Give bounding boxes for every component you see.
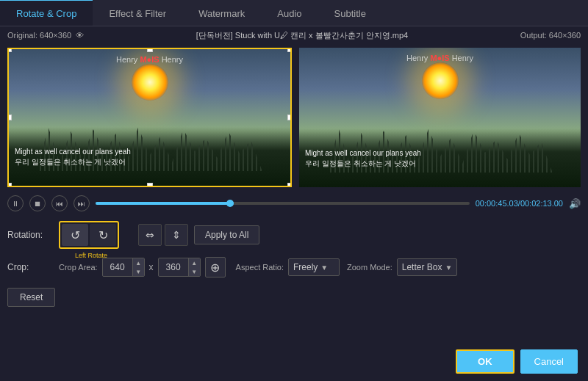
rotation-label: Rotation:	[7, 230, 59, 240]
crop-area-label: Crop Area:	[59, 263, 98, 272]
rotation-row: Rotation: ↺ ↻ Left Rotate ⇔ ⇕ Apply to A…	[7, 222, 581, 248]
zoom-mode-label: Zoom Mode:	[347, 263, 392, 272]
zoom-mode-dropdown[interactable]: Letter Box ▼	[397, 258, 458, 276]
tab-audio[interactable]: Audio	[261, 0, 318, 26]
prev-frame-button[interactable]: ⏮	[51, 195, 68, 211]
crop-width-down[interactable]: ▼	[132, 267, 144, 276]
crop-handle-mr[interactable]	[287, 115, 292, 120]
eye-icon[interactable]: 👁	[76, 31, 84, 40]
time-display: 00:00:45.03/00:02:13.00	[476, 199, 563, 208]
next-frame-button[interactable]: ⏭	[74, 195, 90, 211]
crop-handle-tl[interactable]	[7, 48, 12, 52]
crop-height-down[interactable]: ▼	[188, 267, 200, 276]
right-rotate-button[interactable]: ↻	[90, 224, 116, 246]
video-frame-right: Henry M●IS Henry Might as well cancel ou…	[299, 48, 581, 187]
tab-bar: Rotate & Crop Effect & Filter Watermark …	[0, 0, 588, 26]
center-crop-button[interactable]: ⊕	[205, 257, 226, 277]
aspect-dropdown-arrow: ▼	[320, 264, 328, 272]
crop-handle-ml[interactable]	[7, 115, 12, 120]
flip-vertical-button[interactable]: ⇕	[165, 224, 188, 246]
rotation-buttons-wrapper: ↺ ↻ Left Rotate	[59, 221, 123, 249]
crop-label: Crop:	[7, 262, 59, 272]
crop-height-up[interactable]: ▲	[188, 258, 200, 267]
ok-button[interactable]: OK	[456, 349, 514, 374]
sun-effect-right	[422, 62, 459, 99]
subtitle-left: Might as well cancel our plans yeah 우리 일…	[15, 147, 284, 167]
x-separator: x	[149, 262, 154, 272]
progress-fill	[96, 202, 234, 205]
video-preview-left[interactable]: Henry M●IS Henry Might as well cancel ou…	[7, 48, 292, 187]
progress-handle[interactable]	[226, 200, 234, 207]
crop-height-input-group: ▲ ▼	[158, 258, 201, 277]
output-label: Output: 640×360	[520, 31, 581, 40]
controls-panel: Rotation: ↺ ↻ Left Rotate ⇔ ⇕ Apply to A…	[0, 216, 588, 313]
info-row: Original: 640×360 👁 [단독버전] Stuck with U🖊…	[0, 26, 588, 44]
apply-to-all-button[interactable]: Apply to All	[194, 225, 259, 244]
left-rotate-button[interactable]: ↺	[62, 224, 88, 246]
tab-rotate-crop[interactable]: Rotate & Crop	[0, 0, 93, 26]
cancel-button[interactable]: Cancel	[520, 349, 578, 374]
progress-bar[interactable]	[96, 202, 470, 205]
video-title: [단독버전] Stuck with U🖊 캔리 x 볼빨간사춘기 안지영.mp4	[196, 30, 408, 41]
video-frame-left: Henry M●IS Henry Might as well cancel ou…	[9, 49, 290, 186]
subtitle-right: Might as well cancel our plans yeah 우리 일…	[305, 148, 575, 169]
crop-height-input[interactable]	[159, 260, 188, 275]
reset-button[interactable]: Reset	[7, 288, 55, 307]
stop-button[interactable]: ⏹	[29, 195, 46, 211]
bottom-action-bar: OK Cancel	[0, 342, 588, 381]
tab-watermark[interactable]: Watermark	[182, 0, 261, 26]
pause-button[interactable]: ⏸	[7, 195, 24, 211]
tab-effect-filter[interactable]: Effect & Filter	[93, 0, 182, 26]
crop-handle-tm[interactable]	[147, 48, 153, 52]
playback-bar: ⏸ ⏹ ⏮ ⏭ 00:00:45.03/00:02:13.00 🔊	[0, 191, 588, 216]
tab-subtitle[interactable]: Subtitle	[318, 0, 382, 26]
volume-icon[interactable]: 🔊	[569, 198, 581, 209]
watermark-left: Henry M●IS Henry	[116, 55, 183, 64]
video-area: Henry M●IS Henry Might as well cancel ou…	[0, 44, 588, 191]
crop-height-spinners: ▲ ▼	[188, 258, 200, 276]
crop-handle-tr[interactable]	[287, 48, 292, 52]
crop-width-input-group: ▲ ▼	[102, 258, 145, 277]
sun-effect	[132, 64, 168, 101]
flip-horizontal-button[interactable]: ⇔	[138, 224, 162, 246]
crop-width-spinners: ▲ ▼	[132, 258, 144, 276]
crop-width-up[interactable]: ▲	[132, 258, 144, 267]
video-preview-right: Henry M●IS Henry Might as well cancel ou…	[299, 48, 581, 187]
watermark-right: Henry M●IS Henry	[406, 54, 473, 62]
zoom-dropdown-arrow: ▼	[445, 264, 452, 272]
original-label: Original: 640×360	[7, 31, 71, 40]
rotation-buttons-group: ↺ ↻	[59, 221, 119, 249]
crop-handle-br[interactable]	[287, 183, 292, 187]
crop-width-input[interactable]	[103, 260, 132, 275]
aspect-ratio-label: Aspect Ratio:	[236, 263, 284, 272]
crop-handle-bl[interactable]	[7, 183, 12, 187]
left-rotate-label: Left Rotate	[59, 252, 123, 259]
aspect-ratio-dropdown[interactable]: Freely ▼	[288, 258, 340, 276]
crop-handle-bm[interactable]	[147, 183, 153, 187]
